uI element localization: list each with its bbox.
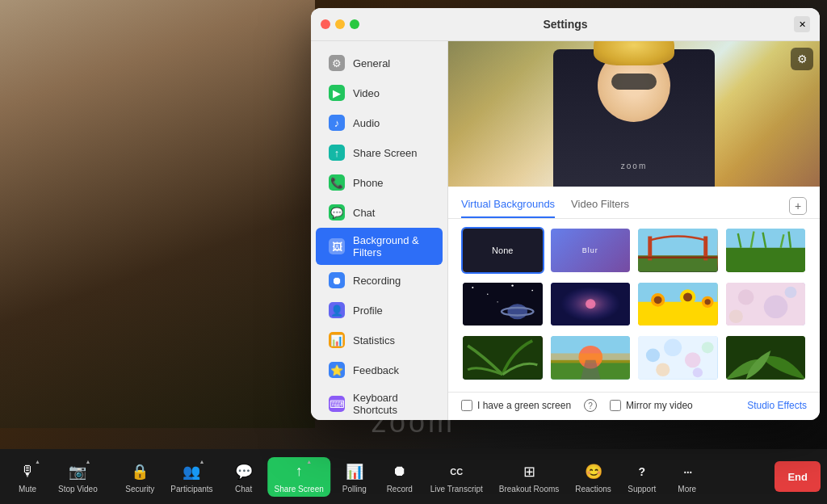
background-galaxy[interactable] [549,281,632,328]
settings-sidebar: ⚙ General ▶ Video ♪ Audio ↑ Share Screen… [311,41,448,420]
mute-caret: ▲ [35,459,40,464]
green-screen-checkbox[interactable] [461,400,472,411]
maximize-dot[interactable] [350,19,359,29]
breakout-rooms-label: Breakout Rooms [499,485,559,494]
sidebar-item-share-screen[interactable]: ↑ Share Screen [316,138,443,167]
live-transcript-icon: CC [445,460,468,483]
background-bubbles[interactable] [636,334,720,381]
sidebar-item-phone[interactable]: 📞 Phone [316,168,443,197]
green-screen-help-icon[interactable]: ? [584,399,597,412]
background-sunflowers[interactable] [636,281,720,328]
share-screen-label: Share Screen [275,485,324,494]
svg-point-28 [654,296,662,304]
settings-panel: Settings ✕ ⚙ General ▶ Video ♪ Audio ↑ S… [311,8,820,420]
end-button[interactable]: End [775,461,821,492]
reactions-button[interactable]: 😊 Reactions [569,457,617,497]
camera-settings-icon[interactable]: ⚙ [791,48,813,70]
background-tropical[interactable] [461,334,544,381]
background-filters-icon: 🖼 [329,238,345,254]
keyboard-shortcuts-icon: ⌨ [329,396,345,412]
svg-point-37 [728,309,742,323]
stop-video-label: Stop Video [58,485,98,494]
profile-icon: 👤 [329,302,345,318]
sidebar-item-statistics[interactable]: 📊 Statistics [316,326,443,355]
mute-button[interactable]: 🎙 ▲ Mute [6,457,48,497]
share-screen-icon: ↑ [329,145,345,161]
mute-icon: 🎙 ▲ [16,460,39,483]
svg-point-32 [704,299,710,304]
background-pastel[interactable] [724,281,808,328]
live-transcript-button[interactable]: CC Live Transcript [424,457,489,497]
tab-virtual-backgrounds[interactable]: Virtual Backgrounds [461,193,555,218]
record-button[interactable]: ⏺ Record [379,457,421,497]
studio-effects-link[interactable]: Studio Effects [747,400,807,411]
sidebar-item-recording[interactable]: ⏺ Recording [316,266,443,295]
breakout-rooms-button[interactable]: ⊞ Breakout Rooms [493,457,565,497]
sidebar-item-general[interactable]: ⚙ General [316,48,443,78]
svg-point-47 [702,342,714,353]
add-background-button[interactable]: + [789,197,807,215]
background-plants[interactable] [724,334,808,381]
sidebar-item-audio[interactable]: ♪ Audio [316,108,443,137]
support-button[interactable]: ? Support [621,457,663,497]
svg-rect-8 [726,248,806,272]
background-space[interactable] [461,281,544,328]
close-dot[interactable] [321,19,330,29]
svg-point-44 [646,349,660,363]
background-none[interactable]: None [461,227,544,274]
green-screen-option[interactable]: I have a green screen [461,400,571,411]
audio-icon: ♪ [329,115,345,131]
breakout-rooms-icon: ⊞ [518,460,540,483]
polling-label: Polling [342,485,367,494]
svg-point-46 [685,353,701,368]
sidebar-item-feedback[interactable]: ⭐ Feedback [316,355,443,384]
phone-icon: 📞 [329,174,345,191]
background-blur[interactable]: Blur [549,227,632,274]
share-screen-button[interactable]: ↑ ▲ Share Screen [268,457,330,497]
chat-icon: 💬 [329,204,345,220]
svg-point-48 [656,363,670,377]
security-button[interactable]: 🔒 Security [119,457,161,497]
sidebar-item-keyboard-shortcuts[interactable]: ⌨ Keyboard Shortcuts [316,385,443,420]
minimize-dot[interactable] [335,19,345,29]
participants-caret: ▲ [199,459,205,464]
svg-point-34 [737,289,754,304]
close-button[interactable]: ✕ [794,16,810,32]
background-grass[interactable] [724,227,808,274]
polling-button[interactable]: 📊 Polling [334,457,376,497]
settings-titlebar: Settings ✕ [311,8,820,41]
participants-button[interactable]: 👥 ▲ Participants [164,457,219,497]
svg-point-15 [472,287,473,288]
security-label: Security [125,485,154,494]
sidebar-item-chat[interactable]: 💬 Chat [316,198,443,227]
chat-button[interactable]: 💬 Chat [223,457,265,497]
support-label: Support [628,485,656,494]
background-sunset[interactable] [549,334,632,381]
sidebar-item-video[interactable]: ▶ Video [316,78,443,107]
svg-point-19 [497,301,497,302]
more-icon: ··· [676,460,699,483]
content-tabs: Virtual Backgrounds Video Filters + [448,187,820,219]
chat-label: Chat [235,485,252,494]
sidebar-item-profile[interactable]: 👤 Profile [316,296,443,325]
sidebar-item-background-filters[interactable]: 🖼 Background & Filters [316,228,443,265]
reactions-icon: 😊 [582,460,605,483]
svg-rect-14 [463,283,543,326]
svg-point-35 [763,295,787,318]
mirror-video-checkbox[interactable] [610,400,621,411]
video-bg-texture [0,0,315,428]
mute-label: Mute [19,485,36,494]
svg-point-17 [511,284,513,286]
polling-icon: 📊 [343,460,366,483]
mirror-video-option[interactable]: Mirror my video [610,400,693,411]
stop-video-caret: ▲ [85,459,90,464]
background-goldengate[interactable] [636,227,720,274]
more-button[interactable]: ··· More [666,457,708,497]
security-icon: 🔒 [128,460,151,483]
stop-video-button[interactable]: 📷 ▲ Stop Video [52,457,104,497]
statistics-icon: 📊 [329,332,345,348]
toolbar-right: End [775,461,821,492]
participants-label: Participants [170,485,212,494]
record-icon: ⏺ [388,460,411,483]
tab-video-filters[interactable]: Video Filters [571,193,629,218]
